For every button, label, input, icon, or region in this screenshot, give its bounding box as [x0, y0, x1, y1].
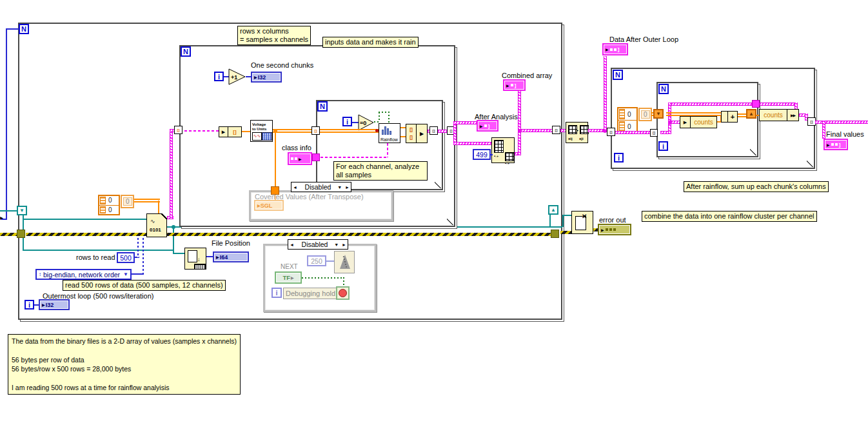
add-node[interactable]: + — [721, 111, 738, 123]
voltage-to-units-vi[interactable]: Voltage to Units ∿∿ — [250, 120, 273, 142]
refnum-wire — [23, 219, 146, 220]
wire-disabled — [275, 195, 276, 200]
shift-register-left[interactable]: ▼ — [17, 206, 27, 215]
cluster-constant[interactable]: 0 0 — [617, 107, 638, 133]
note-line — [12, 346, 237, 355]
shift-register-right[interactable]: ▲ — [548, 205, 558, 215]
file-position-node[interactable]: ↓ — [184, 248, 206, 270]
refnum-wire — [23, 250, 174, 251]
final-values-indicator[interactable]: ▶] — [824, 139, 848, 150]
prev-case-icon[interactable]: ◄ — [291, 185, 299, 190]
unbundle-counts-node[interactable]: ▶ counts — [680, 116, 717, 128]
close-x-icon: ✕ — [582, 215, 587, 219]
iteration-terminal[interactable]: i — [658, 141, 668, 151]
next-case-icon[interactable]: ► — [344, 185, 351, 190]
cluster-constant[interactable]: 0 0 — [98, 195, 120, 215]
build-array-node[interactable]: [][] ▶ — [406, 124, 428, 143]
read-binary-file-node[interactable]: ∿ 0101 — [146, 213, 167, 237]
error-tunnel[interactable] — [551, 230, 559, 238]
tunnel[interactable]: [] — [311, 126, 320, 135]
enum-updown-icon[interactable]: ↕ — [39, 271, 41, 277]
down-arrow-icon: ↓ — [197, 257, 201, 261]
delete-from-array-node[interactable]: ▪.+ ▪.+ — [491, 137, 515, 163]
byte-order-enum[interactable]: ↕ big-endian, network order ▼ — [35, 269, 132, 280]
zero-constant[interactable]: 0 — [121, 195, 134, 208]
count-terminal[interactable]: N — [658, 84, 669, 94]
next-label: NEXT — [281, 263, 298, 270]
index-array-node[interactable]: ▶ [] — [219, 126, 242, 137]
class-info-control[interactable]: ▶ — [288, 152, 312, 165]
close-file-node[interactable]: ✕ — [571, 211, 593, 234]
zero-constant[interactable]: 0 — [638, 108, 652, 121]
enum-value: big-endian, network order — [43, 271, 120, 279]
svg-text:+1: +1 — [231, 74, 237, 81]
rainflow-vi[interactable]: Rainflow — [379, 123, 400, 143]
wait-ms-constant[interactable]: 250 — [307, 255, 326, 266]
prev-case-icon[interactable]: ◄ — [288, 242, 295, 247]
class-wire — [387, 143, 388, 157]
tunnel[interactable]: [] — [429, 126, 438, 135]
tunnel[interactable]: [] — [650, 129, 658, 137]
plus-icon: + — [728, 112, 737, 122]
after-analysis-indicator[interactable]: ▶] — [477, 120, 498, 132]
disable-structure-selector[interactable]: ◄ Disabled ▼ ► — [291, 182, 351, 192]
count-label: N — [183, 48, 188, 55]
i64-indicator[interactable]: ▶I64 — [213, 251, 249, 262]
error-wire — [0, 233, 17, 236]
vi-label: Voltage — [252, 123, 266, 126]
count-terminal[interactable]: N — [613, 70, 623, 80]
waveform-icon: ∿∿ — [252, 132, 262, 141]
tunnel[interactable] — [752, 100, 760, 108]
transpose-array-node[interactable]: ▸ xij xji — [566, 122, 588, 143]
rows-to-read-constant[interactable]: 500 — [117, 252, 135, 263]
i32-label: I32 — [258, 74, 266, 81]
array-bracket-icon: [] — [228, 127, 241, 137]
tunnel[interactable] — [312, 153, 320, 161]
tunnel[interactable]: [] — [552, 126, 560, 134]
enum-menu-icon[interactable]: ▼ — [123, 271, 128, 277]
svg-text:=0: =0 — [360, 120, 366, 126]
error-tunnel[interactable] — [17, 230, 25, 238]
sgl-indicator-disabled[interactable]: ▶SGL — [254, 200, 284, 211]
tunnel[interactable]: [] — [174, 126, 182, 134]
case-menu-icon[interactable]: ▼ — [334, 242, 340, 247]
row-count-constant[interactable]: 499 — [473, 149, 491, 160]
wire — [242, 131, 250, 132]
i32-indicator-chunks[interactable]: ▶I32 — [251, 72, 282, 83]
cluster-wire — [671, 103, 752, 106]
stop-led[interactable] — [336, 286, 350, 300]
iteration-label: i — [346, 118, 348, 126]
shift-register-right[interactable]: ▲ — [746, 109, 756, 119]
combined-array-indicator[interactable]: ▶] — [503, 79, 526, 91]
tunnel[interactable]: [] — [607, 128, 615, 136]
counts-element: counts — [691, 117, 716, 128]
increment-node[interactable]: +1 — [228, 68, 246, 85]
error-wire — [26, 233, 552, 236]
case-menu-icon[interactable]: ▼ — [337, 185, 344, 190]
shift-register-left[interactable]: ▼ — [653, 109, 664, 119]
iteration-terminal[interactable]: i — [342, 117, 352, 126]
data-after-outer-indicator[interactable]: ▶] — [602, 43, 628, 55]
page-icon — [188, 250, 197, 262]
count-terminal[interactable]: N — [317, 101, 328, 112]
next-case-icon[interactable]: ► — [340, 242, 348, 247]
refnum-wire — [173, 226, 174, 253]
wire — [275, 132, 276, 187]
disable-structure-selector[interactable]: ◄ Disabled ▼ ► — [288, 239, 348, 250]
tf-boolean[interactable]: TF▶ — [275, 271, 302, 284]
counts-element: counts — [760, 110, 787, 121]
bundle-counts-node[interactable]: counts ▶▶ — [759, 109, 799, 121]
count-label: N — [21, 25, 26, 33]
wire — [143, 238, 144, 274]
error-out-indicator[interactable]: ▶ — [598, 224, 631, 235]
count-terminal[interactable]: N — [19, 24, 29, 34]
i32-indicator-outer[interactable]: ▶I32 — [39, 299, 70, 310]
iteration-terminal[interactable]: i — [614, 153, 624, 162]
wait-metronome-node[interactable] — [334, 251, 355, 273]
iteration-terminal-disabled[interactable]: i — [271, 288, 282, 298]
cluster-icon — [619, 121, 625, 132]
iteration-terminal[interactable]: i — [25, 300, 34, 310]
count-terminal[interactable]: N — [181, 46, 191, 57]
rainflow-label: Rainflow — [380, 138, 398, 142]
iteration-terminal[interactable]: i — [214, 72, 224, 81]
